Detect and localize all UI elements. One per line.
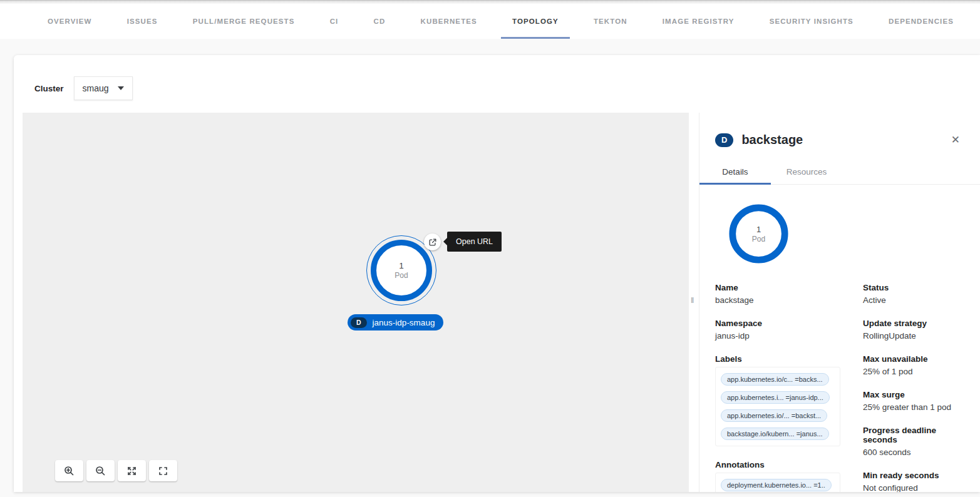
nav-tab[interactable]: PULL/MERGE REQUESTS [182, 4, 306, 39]
nav-tab[interactable]: KUBERNETES [410, 4, 488, 39]
detail-field: Namespace janus-idp [715, 319, 848, 341]
zoom-in-icon [64, 466, 75, 476]
field-value: 25% of 1 pod [863, 367, 964, 376]
node-circle[interactable]: 1 Pod [371, 240, 432, 301]
field-label: Update strategy [863, 319, 964, 328]
pod-donut-text: 1 Pod [728, 203, 789, 264]
fullscreen-button[interactable] [149, 460, 177, 481]
donut-pod-count: 1 [756, 225, 761, 234]
caret-down-icon [118, 86, 124, 90]
labels-chip-box: app.kubernetes.io/c... =backs...app.kube… [715, 367, 840, 446]
panel-tab[interactable]: Details [699, 160, 771, 184]
external-link-icon [428, 238, 437, 247]
open-url-decorator[interactable] [424, 233, 441, 250]
zoom-out-icon [95, 466, 106, 476]
nav-tab[interactable]: CI [319, 4, 350, 39]
labels-title: Labels [715, 354, 848, 364]
detail-field: Status Active [863, 283, 964, 305]
annotations-title: Annotations [715, 460, 848, 469]
label-chip[interactable]: app.kubernetes.io/c... =backs... [721, 373, 829, 386]
field-value: 25% greater than 1 pod [863, 402, 964, 412]
nav-tab[interactable]: IMAGE REGISTRY [651, 4, 746, 39]
zoom-out-button[interactable] [86, 460, 115, 481]
nav-tab[interactable]: OVERVIEW [36, 4, 103, 39]
cluster-select[interactable]: smaug [74, 76, 133, 100]
pod-donut[interactable]: 1 Pod [728, 203, 789, 264]
details-left-column: Name backstage Namespace janus-idp Label… [715, 283, 848, 492]
annotations-section: Annotations deployment.kubernetes.io... … [715, 460, 848, 492]
entity-tab-bar: OVERVIEWISSUESPULL/MERGE REQUESTSCICDKUB… [0, 4, 980, 39]
panel-resize-gutter[interactable]: ‖ [689, 113, 699, 492]
field-label: Max unavailable [863, 354, 964, 364]
nav-tab[interactable]: SECURITY INSIGHTS [758, 4, 865, 39]
topology-card: Cluster smaug 1 Pod [14, 55, 980, 492]
details-fields-grid: Name backstage Namespace janus-idp Label… [715, 283, 964, 492]
panel-tab[interactable]: Resources [771, 160, 842, 184]
detail-field: Progress deadline seconds 600 seconds [863, 426, 964, 457]
topology-canvas[interactable]: 1 Pod Open URL D janus-idp-sm [23, 113, 689, 492]
node-pod-kind: Pod [395, 271, 408, 280]
detail-field: Max unavailable 25% of 1 pod [863, 354, 964, 376]
cluster-label: Cluster [34, 84, 64, 93]
drag-handle-icon[interactable]: ‖ [691, 295, 693, 305]
field-label: Namespace [715, 319, 848, 328]
field-label: Name [715, 283, 848, 292]
field-label: Progress deadline seconds [863, 426, 964, 444]
label-chip[interactable]: app.kubernetes.io/... =backst... [721, 409, 827, 422]
node-label-pill[interactable]: D janus-idp-smaug [348, 314, 443, 330]
fit-to-screen-button[interactable] [118, 460, 146, 481]
field-value: janus-idp [715, 331, 848, 341]
panel-body: 1 Pod Name backstage Namespace j [699, 185, 980, 492]
open-url-tooltip: Open URL [447, 232, 502, 252]
field-value: Active [863, 295, 964, 305]
detail-field: Min ready seconds Not configured [863, 471, 964, 492]
field-label: Status [863, 283, 964, 292]
nav-tab[interactable]: TOPOLOGY [501, 4, 570, 39]
cluster-selector-row: Cluster smaug [34, 76, 133, 100]
nav-tab[interactable]: DEPENDENCIES [877, 4, 965, 39]
panel-header: D backstage ✕ [699, 113, 980, 160]
panel-title: backstage [741, 133, 939, 147]
nav-tab[interactable]: TEKTON [582, 4, 639, 39]
nav-tab[interactable]: ISSUES [116, 4, 169, 39]
fullscreen-icon [158, 466, 168, 476]
detail-field: Max surge 25% greater than 1 pod [863, 390, 964, 412]
field-value: backstage [715, 295, 848, 305]
node-pod-count: 1 [399, 261, 404, 270]
label-chip[interactable]: app.kubernetes.i... =janus-idp... [721, 391, 830, 404]
panel-tabs: DetailsResources [699, 160, 980, 185]
details-right-column: Status Active Update strategy RollingUpd… [863, 283, 964, 492]
close-panel-button[interactable]: ✕ [947, 132, 964, 148]
field-value: RollingUpdate [863, 331, 964, 341]
deployment-badge: D [715, 133, 733, 147]
zoom-in-button[interactable] [55, 460, 83, 481]
detail-field: Name backstage [715, 283, 848, 305]
node-label-text: janus-idp-smaug [373, 318, 435, 327]
field-label: Max surge [863, 390, 964, 399]
details-side-panel: D backstage ✕ DetailsResources 1 Pod [699, 113, 980, 492]
nav-tab[interactable]: CD [363, 4, 397, 39]
canvas-controls [55, 460, 177, 481]
annotation-chip[interactable]: deployment.kubernetes.io... =1.. [721, 479, 832, 491]
field-value: Not configured [863, 483, 964, 492]
tooltip-text: Open URL [456, 237, 493, 246]
annotations-chip-box: deployment.kubernetes.io... =1.. [715, 473, 840, 492]
field-value: 600 seconds [863, 448, 964, 457]
detail-field: Update strategy RollingUpdate [863, 319, 964, 341]
label-chip[interactable]: backstage.io/kubern... =janus... [721, 428, 829, 440]
topology-workspace: 1 Pod Open URL D janus-idp-sm [23, 113, 980, 492]
deployment-badge: D [351, 317, 367, 328]
page-background: Cluster smaug 1 Pod [0, 39, 980, 497]
donut-pod-kind: Pod [752, 235, 765, 243]
cluster-select-value: smaug [83, 83, 109, 93]
labels-section: Labels app.kubernetes.io/c... =backs...a… [715, 354, 848, 446]
field-label: Min ready seconds [863, 471, 964, 480]
fit-to-screen-icon [126, 466, 137, 476]
